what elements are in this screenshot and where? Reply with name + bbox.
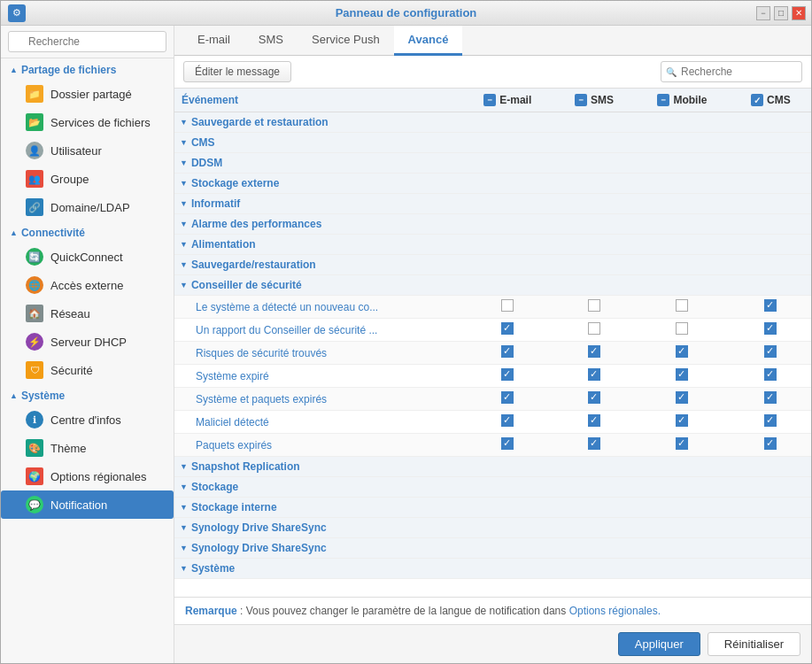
section-systeme-header[interactable]: Système xyxy=(1,384,174,405)
section-label-stockage[interactable]: Stockage xyxy=(180,481,804,493)
content-area: E-mail SMS Service Push Avancé Éditer le… xyxy=(174,26,811,663)
col-header-email: － E-mail xyxy=(461,89,554,112)
mobile-checkbox[interactable] xyxy=(676,414,688,427)
section-label-sauvegarde_restauration[interactable]: Sauvegarde et restauration xyxy=(180,116,804,128)
sms-checkbox[interactable] xyxy=(588,345,600,358)
sidebar-item-dossier[interactable]: 📁 Dossier partagé xyxy=(1,80,174,108)
table-row: Un rapport du Conseiller de sécurité ... xyxy=(174,319,811,342)
mobile-checkbox[interactable] xyxy=(676,299,688,312)
section-row: Synology Drive ShareSync xyxy=(174,538,811,559)
sidebar-item-regional[interactable]: 🌍 Options régionales xyxy=(1,462,174,490)
email-checkbox[interactable] xyxy=(501,322,514,335)
window-controls: － □ ✕ xyxy=(756,6,806,20)
sidebar-item-notification[interactable]: 💬 Notification xyxy=(1,490,174,519)
section-label-alimentation[interactable]: Alimentation xyxy=(180,238,804,251)
reset-button[interactable]: Réinitialiser xyxy=(708,632,800,656)
section-label-snapshot[interactable]: Snapshot Replication xyxy=(180,460,804,473)
mobile-deselect-all[interactable]: － xyxy=(657,94,669,106)
cms-checkbox[interactable] xyxy=(764,391,777,404)
mobile-checkbox[interactable] xyxy=(676,437,688,450)
sidebar-item-centre[interactable]: ℹ Centre d'infos xyxy=(1,405,174,434)
email-checkbox[interactable] xyxy=(501,414,514,427)
sidebar-item-reseau[interactable]: 🏠 Réseau xyxy=(1,299,174,328)
sms-checkbox[interactable] xyxy=(588,368,600,381)
email-checkbox[interactable] xyxy=(501,437,514,450)
section-label-stockage_interne[interactable]: Stockage interne xyxy=(180,501,804,513)
sms-checkbox[interactable] xyxy=(588,322,600,335)
cms-checkbox[interactable] xyxy=(764,368,777,381)
sidebar-item-services[interactable]: 📂 Services de fichiers xyxy=(1,108,174,136)
notif-icon: 💬 xyxy=(26,496,43,513)
cms-select-all[interactable]: ✓ xyxy=(751,94,763,106)
email-checkbox[interactable] xyxy=(501,368,514,381)
maximize-button[interactable]: □ xyxy=(774,6,788,20)
sidebar-item-securite[interactable]: 🛡 Sécurité xyxy=(1,356,174,384)
app-icon: ⚙ xyxy=(8,4,26,22)
section-label-informatif[interactable]: Informatif xyxy=(180,197,804,210)
section-partage-header[interactable]: Partage de fichiers xyxy=(1,58,174,80)
section-row: Sauvegarde et restauration xyxy=(174,112,811,133)
table-row: Paquets expirés xyxy=(174,434,811,457)
sidebar-item-acces[interactable]: 🌐 Accès externe xyxy=(1,271,174,299)
sms-deselect-all[interactable]: － xyxy=(575,94,587,106)
edit-message-button[interactable]: Éditer le message xyxy=(183,61,291,82)
cms-checkbox[interactable] xyxy=(764,322,777,335)
sidebar-item-theme[interactable]: 🎨 Thème xyxy=(1,434,174,462)
section-row: Alarme des performances xyxy=(174,214,811,235)
sidebar-item-quickconnect[interactable]: 🔄 QuickConnect xyxy=(1,243,174,271)
cms-checkbox[interactable] xyxy=(764,437,777,450)
toolbar-search-input[interactable] xyxy=(661,61,802,82)
section-label-syno_drive2[interactable]: Synology Drive ShareSync xyxy=(180,542,804,554)
close-button[interactable]: ✕ xyxy=(792,6,806,20)
section-row: Snapshot Replication xyxy=(174,457,811,477)
email-checkbox[interactable] xyxy=(501,345,514,358)
acces-icon: 🌐 xyxy=(26,276,43,294)
sms-checkbox[interactable] xyxy=(588,391,600,404)
tab-sms[interactable]: SMS xyxy=(244,26,298,56)
sidebar-search-input[interactable] xyxy=(8,31,166,52)
tab-email[interactable]: E-mail xyxy=(183,26,244,56)
section-label-alarme_perf[interactable]: Alarme des performances xyxy=(180,218,804,230)
sidebar-item-dhcp[interactable]: ⚡ Serveur DHCP xyxy=(1,328,174,356)
email-deselect-all[interactable]: － xyxy=(483,94,496,106)
section-label-conseiller_securite[interactable]: Conseiller de sécurité xyxy=(180,279,804,291)
mobile-checkbox[interactable] xyxy=(676,391,688,404)
mobile-checkbox[interactable] xyxy=(676,322,688,335)
section-partage-label: Partage de fichiers xyxy=(21,64,116,76)
section-row: Système xyxy=(174,559,811,579)
options-regionales-link[interactable]: Options régionales. xyxy=(569,605,661,617)
cms-checkbox[interactable] xyxy=(764,414,777,427)
email-checkbox[interactable] xyxy=(501,391,514,404)
section-row: Conseiller de sécurité xyxy=(174,275,811,296)
sidebar-item-domaine[interactable]: 🔗 Domaine/LDAP xyxy=(1,193,174,221)
section-label-syno_drive1[interactable]: Synology Drive ShareSync xyxy=(180,521,804,534)
section-label-ddsm[interactable]: DDSM xyxy=(180,157,804,169)
section-row: DDSM xyxy=(174,153,811,174)
sms-checkbox[interactable] xyxy=(588,414,600,427)
cms-checkbox[interactable] xyxy=(764,299,777,312)
sms-checkbox[interactable] xyxy=(588,437,600,450)
apply-button[interactable]: Appliquer xyxy=(618,632,700,656)
section-label-sauvegarde_rest2[interactable]: Sauvegarde/restauration xyxy=(180,259,804,271)
tab-push[interactable]: Service Push xyxy=(298,26,394,56)
section-label-cms[interactable]: CMS xyxy=(180,136,804,149)
email-checkbox[interactable] xyxy=(501,299,514,312)
section-connectivite-header[interactable]: Connectivité xyxy=(1,221,174,243)
sidebar-search-wrap xyxy=(8,31,166,52)
section-label-stockage_externe[interactable]: Stockage externe xyxy=(180,177,804,189)
sidebar-search-area xyxy=(1,26,174,58)
mobile-checkbox[interactable] xyxy=(676,368,688,381)
mobile-checkbox[interactable] xyxy=(676,345,688,358)
cms-checkbox[interactable] xyxy=(764,345,777,358)
table-row: Le système a détecté un nouveau co... xyxy=(174,296,811,319)
sidebar-item-groupe[interactable]: 👥 Groupe xyxy=(1,165,174,193)
quickconnect-icon: 🔄 xyxy=(26,248,43,266)
sms-checkbox[interactable] xyxy=(588,299,600,312)
table-body: Sauvegarde et restaurationCMSDDSMStockag… xyxy=(174,112,811,579)
section-label-systeme[interactable]: Système xyxy=(180,562,804,575)
section-connectivite-label: Connectivité xyxy=(21,227,85,239)
tab-avance[interactable]: Avancé xyxy=(394,26,463,56)
minimize-button[interactable]: － xyxy=(756,6,770,20)
sidebar-item-utilisateur[interactable]: 👤 Utilisateur xyxy=(1,136,174,165)
table-row: Système et paquets expirés xyxy=(174,388,811,411)
